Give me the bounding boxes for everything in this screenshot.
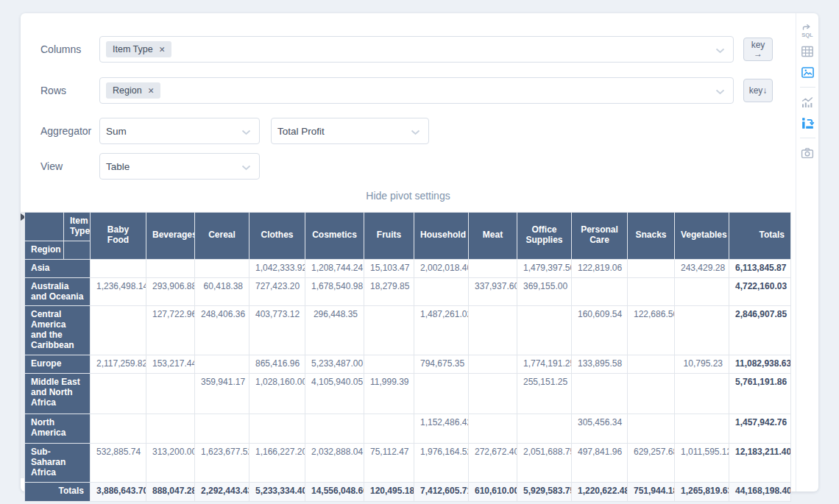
data-cell: 2,032,888.04 (305, 443, 364, 482)
table-row: Australia and Oceania1,236,498.14293,906… (25, 277, 791, 306)
column-total-cell: 610,610.00 (469, 482, 517, 501)
data-cell: 865,416.96 (249, 355, 305, 374)
data-cell (146, 259, 195, 277)
data-cell (469, 306, 517, 355)
table-row: Middle East and North Africa359,941.171,… (25, 373, 791, 414)
columns-field-select[interactable]: Item Type ✕ (99, 36, 734, 63)
camera-icon (800, 146, 815, 160)
data-cell: 1,011,595.12 (675, 443, 729, 482)
chart-settings-button[interactable] (799, 94, 815, 110)
sql-icon: SQL (799, 24, 815, 38)
hide-pivot-settings-link[interactable]: Hide pivot settings (21, 190, 796, 202)
data-cell: 243,429.28 (675, 259, 729, 277)
data-cell (91, 373, 146, 414)
data-cell: 60,418.38 (195, 277, 249, 306)
data-cell (628, 259, 675, 277)
data-cell: 1,236,498.14 (91, 277, 146, 306)
table-row: Central America and the Caribbean127,722… (25, 306, 791, 355)
chart-image-view-button[interactable] (799, 64, 815, 80)
remove-item-type-icon[interactable]: ✕ (159, 45, 166, 54)
rows-label: Rows (40, 85, 99, 96)
col-header: Personal Care (572, 213, 628, 260)
data-cell: 75,112.47 (364, 443, 414, 482)
data-cell: 497,841.96 (572, 443, 628, 482)
columns-control-row: Columns Item Type ✕ key → (40, 36, 796, 63)
data-cell: 160,609.54 (572, 306, 628, 355)
aggregator-value: Sum (106, 126, 127, 137)
sql-view-button[interactable]: SQL (799, 23, 815, 39)
column-total-cell: 1,220,622.48 (572, 482, 628, 501)
sort-columns-key-button[interactable]: key → (743, 38, 773, 61)
region-tag-label: Region (113, 85, 142, 96)
data-cell: 127,722.96 (146, 306, 195, 355)
data-cell (91, 259, 146, 277)
sort-rows-key-button[interactable]: key ↓ (743, 79, 773, 102)
data-cell (469, 355, 517, 374)
column-total-cell: 5,929,583.75 (517, 482, 572, 501)
row-total-cell: 11,082,938.63 (729, 355, 791, 374)
column-total-cell: 2,292,443.43 (195, 482, 249, 501)
row-total-cell: 1,457,942.76 (729, 414, 791, 443)
view-select[interactable]: Table (99, 153, 260, 180)
data-cell (469, 373, 517, 414)
arrow-down-icon: ↓ (762, 86, 767, 96)
data-cell (195, 355, 249, 374)
item-type-tag[interactable]: Item Type ✕ (106, 41, 171, 57)
col-header: Meat (469, 213, 517, 260)
row-header: Middle East and North Africa (25, 373, 91, 414)
data-cell: 2,117,259.82 (91, 355, 146, 374)
data-cell (91, 306, 146, 355)
row-total-cell: 6,113,845.87 (729, 259, 791, 277)
data-cell (675, 306, 729, 355)
row-header: Asia (25, 259, 91, 277)
data-cell (195, 259, 249, 277)
chevron-down-icon (715, 89, 725, 95)
view-label: View (40, 160, 99, 172)
table-view-button[interactable] (799, 43, 815, 60)
table-row: Europe2,117,259.82153,217.44865,416.965,… (25, 355, 791, 374)
table-row: Sub-Saharan Africa532,885.74313,200.001,… (25, 443, 791, 482)
data-cell: 11,999.39 (364, 373, 414, 414)
column-total-cell: 120,495.18 (364, 482, 414, 501)
row-total-cell: 12,183,211.40 (729, 443, 791, 482)
data-cell (517, 306, 572, 355)
row-total-cell: 4,722,160.03 (729, 277, 791, 306)
screenshot-button[interactable] (799, 145, 815, 161)
data-cell (572, 373, 628, 414)
pivot-table-container: Item TypeBaby FoodBeveragesCerealClothes… (24, 212, 791, 502)
svg-text:SQL: SQL (801, 32, 813, 38)
aggregator-select[interactable]: Sum (99, 118, 260, 144)
pivot-corner-cell (25, 213, 64, 241)
pivot-settings-button[interactable] (799, 115, 815, 131)
col-axis-label: Item Type (64, 213, 91, 241)
data-cell (249, 414, 305, 443)
pivot-icon (800, 116, 815, 131)
data-cell (364, 355, 414, 374)
data-cell: 293,906.88 (146, 277, 195, 306)
data-cell: 2,002,018.40 (414, 259, 469, 277)
item-type-tag-label: Item Type (113, 44, 153, 54)
region-tag[interactable]: Region ✕ (106, 82, 160, 99)
axis-blank-cell (64, 241, 91, 259)
view-value: Table (106, 161, 130, 172)
data-cell: 1,774,191.25 (517, 355, 572, 374)
col-header: Snacks (628, 213, 675, 260)
data-cell (628, 355, 675, 374)
data-cell (572, 277, 628, 306)
data-cell: 532,885.74 (91, 443, 146, 482)
data-cell (628, 373, 675, 414)
aggregator-field-select[interactable]: Total Profit (271, 118, 429, 144)
data-cell (414, 373, 469, 414)
row-header: Europe (25, 355, 91, 374)
view-control-row: View Table (40, 153, 796, 180)
pivot-table: Item TypeBaby FoodBeveragesCerealClothes… (24, 212, 791, 502)
rows-field-select[interactable]: Region ✕ (99, 77, 734, 104)
data-cell (364, 306, 414, 355)
data-cell: 1,208,744.24 (305, 259, 364, 277)
data-cell (628, 414, 675, 443)
remove-region-icon[interactable]: ✕ (148, 86, 155, 95)
column-total-cell: 5,233,334.40 (249, 482, 305, 501)
data-cell (469, 259, 517, 277)
data-cell: 153,217.44 (146, 355, 195, 374)
data-cell: 2,051,688.75 (517, 443, 572, 482)
